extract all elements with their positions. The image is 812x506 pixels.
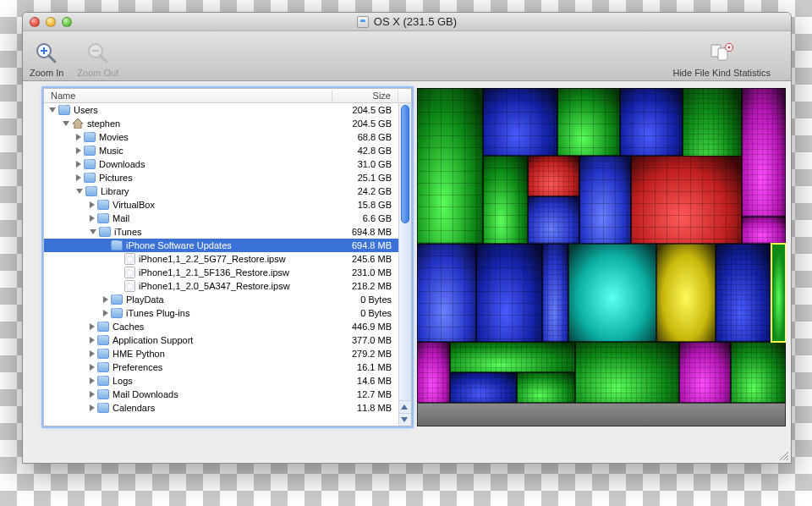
row-name: Pictures (99, 173, 133, 183)
row-size: 0 Bytes (332, 308, 398, 318)
disclosure-triangle[interactable] (76, 174, 81, 181)
vertical-scrollbar[interactable] (398, 103, 411, 426)
tree-row[interactable]: iPhone1,1_2.0_5A347_Restore.ipsw218.2 MB (44, 279, 411, 293)
row-size: 377.0 MB (332, 335, 398, 345)
disclosure-triangle[interactable] (76, 189, 83, 194)
column-header-size[interactable]: Size (332, 91, 398, 101)
folder-icon (97, 376, 109, 386)
file-icon (124, 280, 135, 292)
zoom-button[interactable] (62, 17, 72, 27)
row-size: 31.0 GB (332, 159, 398, 169)
disclosure-triangle[interactable] (76, 134, 81, 140)
disclosure-triangle[interactable] (90, 229, 96, 234)
tree-row[interactable]: iTunes Plug-ins0 Bytes (44, 306, 411, 320)
svg-line-5 (100, 56, 107, 63)
zoom-in-icon (34, 41, 59, 66)
file-stats-icon (709, 41, 734, 66)
tree-row[interactable]: Caches446.9 MB (44, 320, 411, 333)
tree-row[interactable]: Application Support377.0 MB (44, 333, 411, 347)
tree-row[interactable]: Music42.8 GB (44, 144, 411, 157)
tree-row[interactable]: Pictures25.1 GB (44, 171, 411, 184)
zoom-out-button: Zoom Out (77, 41, 118, 78)
file-tree-pane[interactable]: Name Size Users204.5 GBstephen204.5 GBMo… (43, 88, 412, 426)
tree-row[interactable]: Downloads31.0 GB (44, 157, 411, 171)
scroll-down-arrow[interactable] (399, 413, 411, 426)
tree-row[interactable]: Calendars11.8 MB (44, 401, 411, 415)
tree-row[interactable]: PlayData0 Bytes (44, 293, 411, 306)
tree-row[interactable]: Users204.5 GB (44, 103, 411, 117)
folder-icon (97, 362, 109, 372)
tree-row[interactable]: Preferences16.1 MB (44, 360, 411, 374)
disclosure-triangle[interactable] (76, 147, 81, 154)
tree-row[interactable]: Library24.2 GB (44, 184, 411, 198)
disclosure-triangle[interactable] (63, 121, 69, 126)
file-icon (124, 267, 135, 278)
tree-row[interactable]: iPhone Software Updates694.8 MB (44, 239, 411, 252)
disclosure-triangle[interactable] (49, 107, 56, 113)
tree-row[interactable]: Mail Downloads12.7 MB (44, 388, 411, 401)
tree-row[interactable]: HME Python279.2 MB (44, 347, 411, 360)
scroll-up-arrow[interactable] (399, 400, 411, 413)
tree-row[interactable]: iPhone1,1_2.1_5F136_Restore.ipsw231.0 MB (44, 266, 411, 279)
disk-icon (357, 16, 369, 28)
resize-grip[interactable] (777, 449, 789, 461)
selected-treemap-block[interactable] (771, 244, 786, 342)
folder-icon (97, 335, 109, 345)
folder-icon (84, 146, 96, 156)
disclosure-triangle[interactable] (90, 377, 95, 384)
disclosure-triangle[interactable] (90, 201, 95, 208)
zoom-out-icon (85, 41, 111, 66)
row-name: Mail (112, 213, 129, 223)
tree-row[interactable]: iTunes694.8 MB (44, 225, 411, 239)
treemap-view[interactable] (417, 88, 786, 426)
row-name: stephen (87, 118, 120, 129)
folder-icon (84, 132, 96, 142)
disclosure-triangle[interactable] (90, 391, 95, 398)
tree-row[interactable]: VirtualBox15.8 GB (44, 198, 411, 212)
tree-rows[interactable]: Users204.5 GBstephen204.5 GBMovies68.8 G… (44, 103, 411, 426)
svg-line-13 (787, 459, 788, 460)
tree-row[interactable]: stephen204.5 GB (44, 117, 411, 130)
column-header-row: Name Size (44, 89, 411, 103)
svg-point-10 (728, 47, 731, 49)
row-size: 24.2 GB (332, 186, 398, 196)
disclosure-triangle[interactable] (103, 296, 108, 303)
hide-stats-button[interactable]: Hide File Kind Statistics (672, 41, 771, 78)
disclosure-triangle[interactable] (90, 215, 95, 222)
disclosure-triangle[interactable] (90, 337, 95, 344)
column-header-name[interactable]: Name (44, 91, 332, 101)
minimize-button[interactable] (46, 17, 56, 27)
folder-icon (97, 349, 109, 359)
disclosure-triangle[interactable] (90, 364, 95, 371)
folder-icon (85, 186, 97, 196)
row-name: Logs (112, 376, 133, 386)
window-title-text: OS X (231.5 GB) (374, 15, 457, 28)
disclosure-triangle[interactable] (103, 310, 108, 316)
zoom-out-label: Zoom Out (77, 68, 118, 78)
row-name: Users (74, 105, 98, 115)
close-button[interactable] (30, 17, 40, 27)
row-size: 694.8 MB (332, 240, 398, 250)
row-size: 218.2 MB (332, 281, 398, 291)
row-name: iPhone Software Updates (126, 240, 232, 250)
tree-row[interactable]: Movies68.8 GB (44, 130, 411, 144)
disclosure-triangle[interactable] (90, 404, 95, 411)
disclosure-triangle[interactable] (90, 323, 95, 330)
disclosure-triangle[interactable] (90, 350, 95, 357)
row-size: 15.8 GB (332, 200, 398, 210)
row-name: Calendars (112, 403, 155, 413)
row-name: VirtualBox (112, 200, 155, 210)
folder-icon (58, 105, 70, 115)
titlebar[interactable]: OS X (231.5 GB) (23, 13, 791, 31)
tree-row[interactable]: iPhone1,1_2.2_5G77_Restore.ipsw245.6 MB (44, 252, 411, 266)
scroll-thumb[interactable] (401, 105, 409, 223)
tree-row[interactable]: Logs14.6 MB (44, 374, 411, 388)
zoom-in-button[interactable]: Zoom In (30, 41, 63, 78)
hide-stats-label: Hide File Kind Statistics (672, 68, 771, 78)
svg-line-1 (49, 56, 56, 63)
row-size: 42.8 GB (332, 146, 398, 156)
row-name: Application Support (112, 335, 193, 345)
disclosure-triangle[interactable] (76, 161, 81, 168)
tree-row[interactable]: Mail6.6 GB (44, 212, 411, 225)
row-size: 694.8 MB (332, 227, 398, 237)
